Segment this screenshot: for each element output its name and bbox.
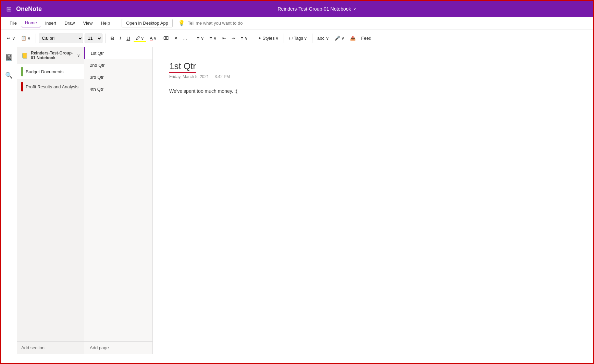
note-date: Friday, March 5, 2021 3:42 PM xyxy=(169,74,577,79)
menu-draw[interactable]: Draw xyxy=(61,19,78,27)
add-section-button[interactable]: Add section xyxy=(17,341,84,354)
dictate-button[interactable]: 🎤 ∨ xyxy=(333,34,347,42)
section-item-budget[interactable]: Budget Documents xyxy=(17,64,84,79)
ribbon: ↩ ∨ 📋 ∨ Calibri 11 B I U 🖊 ∨ A ∨ ⌫ ✕ ...… xyxy=(1,29,593,47)
menu-file[interactable]: File xyxy=(6,19,20,27)
highlight-icon: 🖊 xyxy=(136,36,140,41)
clear-format-button[interactable]: ✕ xyxy=(172,34,180,42)
font-size-select[interactable]: 11 xyxy=(85,34,102,43)
unordered-list-button[interactable]: ≡ ∨ xyxy=(195,34,206,42)
open-desktop-button[interactable]: Open in Desktop App xyxy=(122,19,173,27)
notebook-title-chevron: ∨ xyxy=(353,7,356,11)
statusbar xyxy=(1,354,593,364)
font-family-select[interactable]: Calibri xyxy=(39,34,83,43)
menu-home[interactable]: Home xyxy=(22,19,40,27)
more-button[interactable]: ... xyxy=(181,34,189,42)
page-item-1st-qtr[interactable]: 1st Qtr xyxy=(84,47,152,59)
ribbon-separator-2 xyxy=(105,34,106,43)
page-item-4th-qtr[interactable]: 4th Qtr xyxy=(84,83,152,95)
font-color-icon: A xyxy=(150,36,153,41)
italic-button[interactable]: I xyxy=(117,34,123,42)
section-label-profit: Profit Results and Analysis xyxy=(26,84,78,89)
spell-check-button[interactable]: abc ∨ xyxy=(315,34,331,42)
note-area[interactable]: 1st Qtr Friday, March 5, 2021 3:42 PM We… xyxy=(153,47,593,354)
highlight-color-bar xyxy=(134,41,146,42)
note-title: 1st Qtr xyxy=(169,61,196,73)
feed-button[interactable]: Feed xyxy=(359,34,373,42)
sidebar-icons: 📓 🔍 xyxy=(1,47,17,354)
font-color-dropdown: ∨ xyxy=(153,36,157,41)
notebook-header[interactable]: 📒 Reinders-Test-Group-01 Notebook ∨ xyxy=(17,47,84,64)
lightbulb-icon: 💡 xyxy=(178,20,185,26)
section-color-bar-profit xyxy=(21,82,23,91)
menu-help[interactable]: Help xyxy=(97,19,113,27)
ribbon-separator-4 xyxy=(253,34,253,43)
main-layout: 📓 🔍 📒 Reinders-Test-Group-01 Notebook ∨ … xyxy=(1,47,593,354)
search-icon[interactable]: 🔍 xyxy=(3,69,15,81)
note-body[interactable]: We've spent too much money. :( xyxy=(169,87,577,95)
undo-button[interactable]: ↩ ∨ xyxy=(5,34,17,42)
app-name: OneNote xyxy=(16,5,42,13)
note-time-text: 3:42 PM xyxy=(215,74,230,79)
notebooks-icon[interactable]: 📓 xyxy=(3,51,15,64)
clipboard-button[interactable]: 📋 ∨ xyxy=(19,34,33,42)
indent-decrease-button[interactable]: ⇤ xyxy=(220,34,228,42)
menu-insert[interactable]: Insert xyxy=(42,19,60,27)
search-input[interactable] xyxy=(188,21,588,26)
titlebar: ⊞ OneNote Reinders-Test-Group-01 Noteboo… xyxy=(1,1,593,17)
search-bar: 💡 xyxy=(178,20,588,26)
sections-panel: 📒 Reinders-Test-Group-01 Notebook ∨ Budg… xyxy=(17,47,84,354)
notebook-title-text: Reinders-Test-Group-01 Notebook xyxy=(278,6,351,12)
alignment-button[interactable]: ≡ ∨ xyxy=(239,34,250,42)
page-item-3rd-qtr[interactable]: 3rd Qtr xyxy=(84,71,152,83)
ordered-list-button[interactable]: ≡ ∨ xyxy=(208,34,219,42)
tags-button[interactable]: 🏷 Tags ∨ xyxy=(287,34,309,42)
section-label-budget: Budget Documents xyxy=(26,69,64,74)
notebook-icon: 📒 xyxy=(21,52,28,59)
menubar: File Home Insert Draw View Help Open in … xyxy=(1,17,593,29)
ribbon-separator-6 xyxy=(312,34,312,43)
menu-view[interactable]: View xyxy=(80,19,96,27)
font-color-button[interactable]: A ∨ xyxy=(148,34,159,42)
underline-button[interactable]: U xyxy=(124,34,132,42)
add-page-button[interactable]: Add page xyxy=(84,341,152,354)
indent-increase-button[interactable]: ⇥ xyxy=(230,34,237,42)
share-button[interactable]: 📤 xyxy=(348,34,358,42)
highlight-button[interactable]: 🖊 ∨ xyxy=(134,34,146,42)
ribbon-separator-1 xyxy=(36,34,36,43)
ribbon-separator-5 xyxy=(284,34,284,43)
notebook-header-label: Reinders-Test-Group-01 Notebook xyxy=(31,51,74,60)
section-color-bar-budget xyxy=(21,67,23,76)
bold-button[interactable]: B xyxy=(108,34,116,42)
section-item-profit[interactable]: Profit Results and Analysis xyxy=(17,79,84,94)
waffle-icon[interactable]: ⊞ xyxy=(6,5,12,13)
note-date-text: Friday, March 5, 2021 xyxy=(169,74,209,79)
notebook-title[interactable]: Reinders-Test-Group-01 Notebook ∨ xyxy=(278,6,356,12)
styles-button[interactable]: ✦ Styles ∨ xyxy=(256,34,281,42)
eraser-button[interactable]: ⌫ xyxy=(160,34,171,42)
notebook-chevron-icon: ∨ xyxy=(77,53,80,58)
pages-panel: 1st Qtr 2nd Qtr 3rd Qtr 4th Qtr Add page xyxy=(84,47,153,354)
page-item-2nd-qtr[interactable]: 2nd Qtr xyxy=(84,59,152,71)
ribbon-separator-3 xyxy=(192,34,192,43)
highlight-dropdown: ∨ xyxy=(141,36,144,41)
